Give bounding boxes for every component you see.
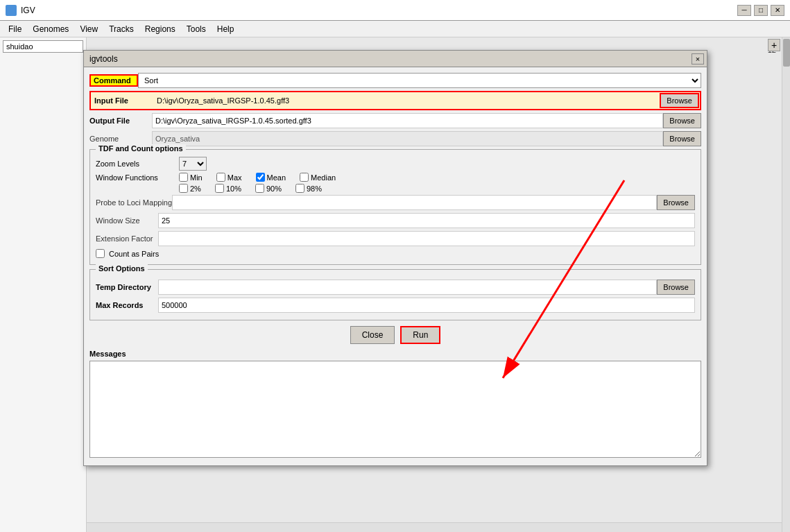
command-label: Command (89, 74, 138, 87)
sort-content: Temp Directory Browse Max Records (96, 274, 695, 313)
command-row: Command Sort Index Count toTDF (89, 73, 701, 88)
extension-factor-label: Extension Factor (96, 234, 158, 243)
wf-mean-checkbox[interactable] (256, 173, 265, 182)
messages-section: Messages (89, 350, 701, 460)
tdf-content: Zoom Levels 7 Window Functions (96, 154, 695, 258)
window-size-input[interactable] (158, 213, 695, 228)
window-functions-row: Window Functions Min Max (96, 173, 695, 182)
output-file-row: Output File Browse (89, 113, 701, 128)
command-select[interactable]: Sort Index Count toTDF (138, 73, 701, 88)
dialog-title-bar: igvtools × (84, 51, 707, 67)
probe-loci-browse-button[interactable]: Browse (657, 195, 695, 210)
wf-median-label: Median (311, 173, 336, 182)
messages-label: Messages (89, 350, 701, 358)
wf-median-checkbox[interactable] (300, 173, 309, 182)
pct-10-checkbox[interactable] (215, 184, 224, 193)
genome-browse-button[interactable]: Browse (663, 131, 701, 146)
app-window: IGV ─ □ ✕ File Genomes View Tracks Regio… (0, 0, 790, 532)
sort-section: Sort Options Temp Directory Browse Max R… (89, 269, 701, 320)
zoom-levels-select[interactable]: 7 (179, 157, 207, 171)
pct-98-option[interactable]: 98% (295, 184, 322, 193)
close-button[interactable]: Close (350, 326, 395, 344)
probe-loci-input[interactable] (172, 195, 657, 210)
window-size-row: Window Size (96, 213, 695, 228)
input-file-value: D:\igv\Oryza_sativa_IRGSP-1.0.45.gff3 (154, 96, 660, 105)
temp-dir-browse-button[interactable]: Browse (657, 280, 695, 295)
buttons-row: Close Run (89, 326, 701, 344)
temp-dir-input[interactable] (158, 280, 657, 295)
pct-90-label: 90% (266, 185, 282, 193)
count-pairs-row: Count as Pairs (96, 249, 695, 258)
pct-98-label: 98% (307, 185, 322, 193)
wf-min-label: Min (190, 173, 203, 182)
wf-mean-label: Mean (267, 173, 286, 182)
dialog-overlay: igvtools × Command Sort Index Count toTD… (0, 0, 790, 532)
wf-max-label: Max (227, 173, 242, 182)
output-file-label: Output File (89, 117, 152, 125)
window-functions-options: Min Max Mean (179, 173, 336, 182)
extension-factor-row: Extension Factor (96, 231, 695, 246)
wf-max-option[interactable]: Max (216, 173, 242, 182)
igvtools-dialog: igvtools × Command Sort Index Count toTD… (83, 50, 707, 466)
zoom-levels-row: Zoom Levels 7 (96, 157, 695, 171)
count-pairs-label: Count as Pairs (109, 250, 159, 258)
genome-input (152, 131, 663, 146)
output-file-input[interactable] (152, 113, 663, 128)
input-file-label: Input File (92, 96, 154, 105)
max-records-input[interactable] (158, 298, 695, 313)
sort-section-label: Sort Options (96, 264, 148, 273)
count-pairs-checkbox[interactable] (96, 249, 105, 258)
wf-mean-option[interactable]: Mean (256, 173, 286, 182)
tdf-section: TDF and Count options Zoom Levels 7 Wind… (89, 149, 701, 265)
temp-dir-row: Temp Directory Browse (96, 280, 695, 295)
pct-90-option[interactable]: 90% (255, 184, 282, 193)
genome-label: Genome (89, 135, 152, 143)
pct-2-option[interactable]: 2% (179, 184, 201, 193)
wf-min-option[interactable]: Min (179, 173, 203, 182)
extension-factor-input[interactable] (158, 231, 695, 246)
percentile-options: 2% 10% 90% (179, 184, 322, 193)
dialog-body: Command Sort Index Count toTDF Input Fil… (84, 67, 707, 465)
zoom-levels-label: Zoom Levels (96, 160, 179, 168)
tdf-section-label: TDF and Count options (96, 144, 186, 153)
probe-loci-label: Probe to Loci Mapping (96, 198, 172, 207)
percentile-row: 2% 10% 90% (96, 184, 695, 193)
output-file-browse-button[interactable]: Browse (663, 113, 701, 128)
probe-loci-row: Probe to Loci Mapping Browse (96, 195, 695, 210)
window-size-label: Window Size (96, 216, 158, 225)
messages-textarea (89, 361, 701, 458)
run-button[interactable]: Run (400, 326, 440, 344)
max-records-label: Max Records (96, 301, 158, 309)
pct-90-checkbox[interactable] (255, 184, 264, 193)
max-records-row: Max Records (96, 298, 695, 313)
temp-dir-label: Temp Directory (96, 283, 158, 291)
pct-2-checkbox[interactable] (179, 184, 188, 193)
pct-10-option[interactable]: 10% (215, 184, 241, 193)
pct-98-checkbox[interactable] (295, 184, 304, 193)
dialog-close-button[interactable]: × (692, 53, 704, 65)
dialog-title: igvtools (89, 54, 118, 64)
pct-10-label: 10% (226, 185, 241, 193)
wf-max-checkbox[interactable] (216, 173, 225, 182)
wf-min-checkbox[interactable] (179, 173, 188, 182)
window-functions-label: Window Functions (96, 173, 179, 182)
pct-2-label: 2% (190, 185, 201, 193)
input-file-row: Input File D:\igv\Oryza_sativa_IRGSP-1.0… (89, 91, 701, 110)
input-file-browse-button[interactable]: Browse (660, 93, 699, 108)
wf-median-option[interactable]: Median (300, 173, 336, 182)
